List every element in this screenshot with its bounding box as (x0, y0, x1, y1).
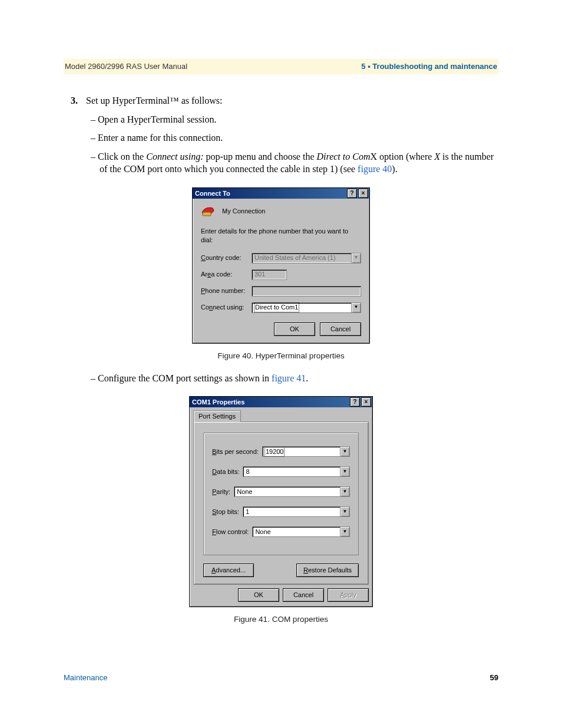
area-code-row: Area code: 301 (201, 269, 361, 280)
cancel-button[interactable]: Cancel (320, 322, 361, 336)
connect-using-row: Connect using: Direct to Com1 ▼ (201, 302, 361, 313)
chevron-down-icon[interactable]: ▼ (340, 527, 349, 536)
footer-page-number: 59 (490, 673, 498, 683)
country-code-row: Country code: United States of America (… (201, 253, 361, 263)
phone-number-label: Phone number: (201, 286, 248, 295)
parity-label: Parity: (212, 487, 230, 496)
close-button[interactable]: × (361, 397, 371, 407)
connection-name: My Connection (222, 207, 265, 216)
stop-bits-row: Stop bits: 1 ▼ (212, 506, 350, 517)
figure-41: COM1 Properties ? × Port Settings Bits p… (64, 396, 498, 625)
footer-section: Maintenance (64, 673, 107, 693)
chevron-down-icon[interactable]: ▼ (340, 507, 349, 516)
bullet-enter-name: Enter a name for this connection. (91, 131, 498, 144)
help-button[interactable]: ? (347, 189, 357, 198)
dialog-title: Connect To (195, 189, 230, 198)
page-body: 3. Set up HyperTerminal™ as follows: Ope… (64, 94, 498, 625)
flow-control-select[interactable]: None ▼ (252, 526, 350, 537)
figure-40-caption: Figure 40. HyperTerminal properties (217, 351, 344, 361)
titlebar: Connect To ? × (193, 188, 369, 199)
page-header: Model 2960/2996 RAS User Manual 5 • Trou… (64, 59, 498, 74)
bits-per-second-row: Bits per second: 19200 ▼ (212, 446, 350, 457)
country-code-select[interactable]: United States of America (1) ▼ (252, 253, 361, 263)
stop-bits-label: Stop bits: (212, 508, 239, 516)
page-footer: Maintenance 59 (64, 673, 498, 693)
flow-control-row: Flow control: None ▼ (212, 526, 350, 537)
country-code-label: Country code: (201, 253, 248, 262)
parity-row: Parity: None ▼ (212, 486, 350, 497)
step-number: 3. (64, 94, 78, 107)
step-text: Set up HyperTerminal™ as follows: (86, 94, 498, 107)
close-button[interactable]: × (358, 189, 368, 198)
connect-using-label: Connect using: (201, 303, 248, 312)
chevron-down-icon[interactable]: ▼ (340, 447, 349, 456)
apply-button[interactable]: Apply (328, 588, 369, 602)
dialog-com-properties: COM1 Properties ? × Port Settings Bits p… (189, 396, 373, 607)
chevron-down-icon[interactable]: ▼ (340, 487, 349, 496)
data-bits-row: Data bits: 8 ▼ (212, 466, 350, 477)
ok-button[interactable]: OK (238, 588, 279, 602)
dialog-prompt: Enter details for the phone number that … (201, 227, 361, 245)
figure-41-caption: Figure 41. COM properties (234, 614, 328, 625)
data-bits-select[interactable]: 8 ▼ (243, 466, 350, 477)
help-button[interactable]: ? (350, 397, 360, 407)
step-sublist: Open a HyperTerminal session. Enter a na… (91, 113, 498, 176)
chevron-down-icon[interactable]: ▼ (340, 467, 349, 476)
tab-port-settings[interactable]: Port Settings (193, 410, 241, 422)
svg-rect-0 (203, 212, 211, 216)
bullet-configure-com: Configure the COM port settings as shown… (91, 372, 498, 385)
page: Model 2960/2996 RAS User Manual 5 • Trou… (0, 0, 562, 728)
chevron-down-icon: ▼ (351, 253, 361, 263)
cancel-button[interactable]: Cancel (283, 588, 324, 602)
phone-number-input[interactable] (252, 286, 361, 297)
area-code-label: Area code: (201, 270, 248, 279)
chevron-down-icon[interactable]: ▼ (351, 303, 361, 312)
link-figure-40[interactable]: figure 40 (358, 164, 392, 174)
stop-bits-select[interactable]: 1 ▼ (243, 506, 350, 517)
area-code-input[interactable]: 301 (252, 269, 287, 280)
header-left: Model 2960/2996 RAS User Manual (64, 61, 187, 72)
figure-40: Connect To ? × My Connection Enter detai… (64, 187, 498, 361)
connect-using-select[interactable]: Direct to Com1 ▼ (252, 302, 361, 313)
restore-defaults-button[interactable]: Restore Defaults (296, 564, 359, 577)
dialog-connect-to: Connect To ? × My Connection Enter detai… (192, 187, 370, 344)
data-bits-label: Data bits: (212, 467, 239, 476)
header-right: 5 • Troubleshooting and maintenance (361, 61, 498, 72)
bullet-connect-using: Click on the Connect using: pop-up menu … (91, 150, 498, 176)
step-3: 3. Set up HyperTerminal™ as follows: (64, 94, 498, 107)
ok-button[interactable]: OK (274, 322, 315, 336)
bits-per-second-select[interactable]: 19200 ▼ (262, 446, 350, 457)
parity-select[interactable]: None ▼ (234, 486, 350, 497)
link-figure-41[interactable]: figure 41 (272, 373, 306, 383)
phone-icon (201, 205, 216, 218)
bits-per-second-label: Bits per second: (212, 447, 259, 456)
phone-number-row: Phone number: (201, 286, 361, 297)
advanced-button[interactable]: Advanced... (203, 564, 254, 577)
titlebar: COM1 Properties ? × (190, 397, 372, 407)
dialog-title: COM1 Properties (192, 398, 244, 407)
bullet-open-session: Open a HyperTerminal session. (91, 113, 498, 126)
flow-control-label: Flow control: (212, 528, 249, 536)
